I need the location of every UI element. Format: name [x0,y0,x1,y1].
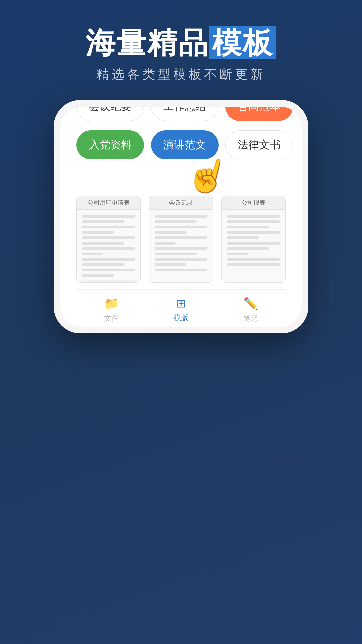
phone-mockup: 9:41 ▾ ▭ 模版 [54,100,308,333]
doc-3-content [222,210,285,274]
tags-row-1: 会议纪要 工作总结 合同范本 [76,107,286,121]
doc-line [227,247,269,250]
hero-subtitle: 精选各类型模板不断更新 [0,66,362,83]
tag-legal-document[interactable]: 法律文书 [225,130,293,159]
doc-line [155,226,207,228]
doc-line [82,220,124,223]
doc-line [155,231,186,234]
doc-2-content [149,210,213,279]
doc-3-title: 公司报表 [222,196,285,210]
doc-line [227,231,280,234]
doc-line [227,220,280,223]
bottom-nav: 📁 文件 ⊞ 模版 ✏️ 笔记 [76,289,286,327]
doc-line [227,258,280,261]
doc-line [155,253,197,255]
doc-line [82,253,103,255]
app-content: 🔍 请输入您要搜索的内容 取消 海量模版 HAI LIANG MO BAN 随时… [60,162,302,327]
doc-line [155,215,207,218]
hero-title-part1: 海量精品 [86,26,209,59]
doc-line [155,236,207,239]
doc-line [82,231,114,234]
tag-meeting-minutes[interactable]: 会议纪要 [76,107,144,121]
doc-line [155,220,197,223]
doc-line [227,236,259,239]
doc-thumb-3[interactable]: 公司报表 [221,196,286,283]
doc-line [155,247,207,250]
phone-frame: 9:41 ▾ ▭ 模版 [54,100,308,333]
doc-thumb-1[interactable]: 公司用印申请表 [76,196,141,283]
doc-line [155,242,176,245]
doc-thumb-2[interactable]: 会议记录 [149,196,213,283]
doc-line [82,274,114,277]
doc-line [227,215,280,218]
doc-1-subtitle: 公司用印申请表 [82,280,135,283]
files-icon: 📁 [104,297,119,311]
notes-icon: ✏️ [243,297,258,311]
popup-overlay: 会议纪要 工作总结 合同范本 入党资料 演讲范文 法律文书 ☝️ [60,107,302,327]
doc-1-content: 公司用印申请表 [77,210,140,283]
doc-line [82,226,135,228]
doc-line [82,263,124,266]
doc-line [227,253,248,255]
doc-line [227,242,280,245]
nav-label-notes: 笔记 [243,313,258,323]
hero-title: 海量精品模板 [0,27,362,59]
doc-line [82,269,135,271]
doc-line [82,247,135,250]
nav-item-files[interactable]: 📁 文件 [76,297,146,323]
doc-line [82,215,135,218]
doc-line [227,226,269,228]
hero-title-part2: 模板 [209,26,276,59]
templates-icon: ⊞ [176,297,186,310]
tag-work-summary[interactable]: 工作总结 [151,107,219,121]
doc-line [155,258,207,261]
nav-item-notes[interactable]: ✏️ 笔记 [216,297,286,323]
doc-line [155,269,207,271]
phone-inner: 9:41 ▾ ▭ 模版 [60,107,302,327]
doc-line [155,263,186,266]
doc-line [227,263,280,266]
doc-2-title: 会议记录 [149,196,213,210]
nav-item-templates[interactable]: ⊞ 模版 [146,297,216,323]
hero-section: 海量精品模板 精选各类型模板不断更新 [0,0,362,100]
tag-contract-template[interactable]: 合同范本 [225,107,293,121]
nav-label-files: 文件 [104,313,119,323]
tags-row-2: 入党资料 演讲范文 法律文书 [76,130,286,159]
doc-line [82,242,124,245]
doc-line [82,258,135,261]
doc-thumbnails: 公司用印申请表 [76,196,286,289]
finger-area: ☝️ [76,169,286,196]
tag-party-materials[interactable]: 入党资料 [76,130,144,159]
doc-line [82,236,135,239]
nav-label-templates: 模版 [174,313,188,323]
doc-1-title: 公司用印申请表 [77,196,140,210]
